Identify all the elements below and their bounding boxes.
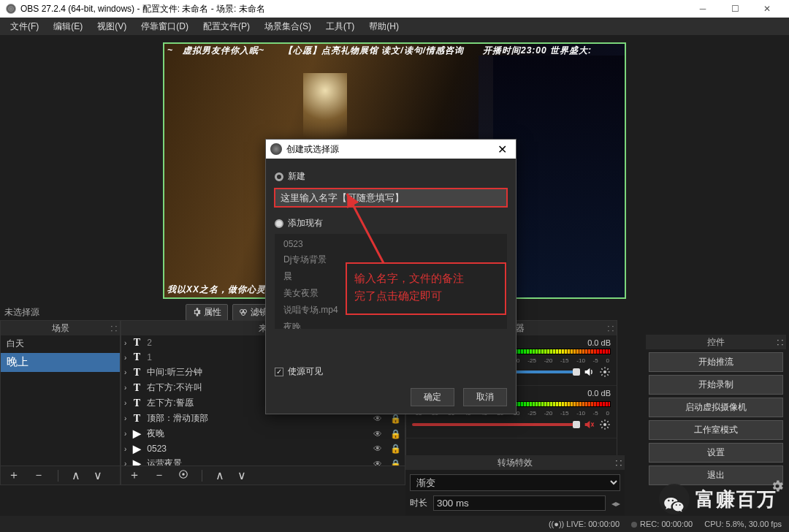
- radio-create-new[interactable]: 新建: [275, 170, 507, 183]
- lock-icon[interactable]: 🔒: [389, 444, 402, 454]
- eye-icon[interactable]: 👁: [371, 429, 384, 439]
- add-source-button[interactable]: ＋: [126, 468, 143, 483]
- speaker-icon[interactable]: [583, 366, 595, 378]
- add-scene-button[interactable]: ＋: [5, 468, 23, 483]
- close-button[interactable]: ✕: [751, 0, 783, 18]
- source-name-input[interactable]: [275, 189, 507, 207]
- existing-source-item[interactable]: 0523: [275, 237, 507, 251]
- menu-item[interactable]: 工具(T): [319, 18, 362, 35]
- status-bar: ((●)) LIVE: 00:00:00 REC: 00:00:00 CPU: …: [0, 516, 789, 532]
- existing-source-item[interactable]: 夜晚: [275, 319, 507, 329]
- live-indicator: ((●)) LIVE: 00:00:00: [549, 520, 620, 528]
- menu-item[interactable]: 编辑(E): [46, 18, 90, 35]
- scenes-panel: 场景⸬ 白天晚上 ＋ － ∧ ∨: [0, 320, 121, 485]
- source-type-icon: T: [131, 398, 142, 409]
- no-source-selected-label: 未选择源: [4, 306, 39, 319]
- svg-point-5: [603, 370, 606, 373]
- eye-icon[interactable]: 👁: [371, 459, 384, 466]
- control-button[interactable]: 开始录制: [649, 375, 783, 395]
- eye-icon[interactable]: 👁: [371, 414, 384, 424]
- filters-icon: [239, 308, 248, 316]
- make-visible-checkbox[interactable]: 使源可见: [275, 365, 507, 378]
- expand-icon[interactable]: ›: [124, 445, 126, 453]
- source-label: 左下方:誓愿: [147, 397, 193, 409]
- window-title: OBS 27.2.4 (64-bit, windows) - 配置文件: 未命名…: [20, 3, 265, 15]
- source-type-icon: T: [131, 337, 142, 349]
- volume-slider[interactable]: [412, 423, 579, 426]
- scene-item[interactable]: 晚上: [1, 353, 120, 372]
- rec-indicator: REC: 00:00:00: [631, 520, 693, 528]
- expand-icon[interactable]: ›: [124, 460, 126, 466]
- obs-logo-icon: [6, 4, 16, 14]
- eye-icon[interactable]: 👁: [371, 444, 384, 454]
- lock-icon[interactable]: 🔒: [389, 429, 402, 439]
- ok-button[interactable]: 确定: [411, 388, 454, 406]
- dock-popout-icon[interactable]: ⸬: [777, 335, 783, 349]
- channel-settings-icon[interactable]: [599, 419, 611, 430]
- cancel-button[interactable]: 取消: [463, 388, 507, 406]
- source-row[interactable]: ›▶运营夜景👁🔒: [121, 456, 405, 466]
- source-type-icon: T: [131, 382, 142, 394]
- dock-popout-icon[interactable]: ⸬: [111, 321, 117, 335]
- control-button[interactable]: 启动虚拟摄像机: [649, 398, 783, 417]
- scene-item[interactable]: 白天: [1, 335, 120, 353]
- expand-icon[interactable]: ›: [124, 354, 126, 362]
- dock-popout-icon[interactable]: ⸬: [616, 455, 622, 470]
- source-type-icon: T: [131, 367, 142, 379]
- scenes-header: 场景⸬: [1, 321, 120, 335]
- source-props-button[interactable]: [175, 469, 191, 482]
- source-down-button[interactable]: ∨: [235, 468, 249, 482]
- expand-icon[interactable]: ›: [124, 430, 126, 438]
- dialog-close-button[interactable]: ✕: [493, 142, 511, 156]
- source-type-icon: ▶: [131, 428, 142, 440]
- dock-popout-icon[interactable]: ⸬: [608, 321, 614, 335]
- remove-source-button[interactable]: －: [150, 468, 168, 483]
- source-row[interactable]: ›▶夜晚👁🔒: [121, 426, 405, 441]
- minimize-button[interactable]: ─: [687, 0, 719, 18]
- source-label: 运营夜景: [147, 457, 182, 466]
- wechat-icon: [659, 484, 690, 514]
- expand-icon[interactable]: ›: [124, 339, 126, 347]
- expand-icon[interactable]: ›: [124, 399, 126, 407]
- lock-icon[interactable]: 🔒: [389, 459, 402, 466]
- expand-icon[interactable]: ›: [124, 384, 126, 392]
- mixer-db-label: 0.0 dB: [587, 389, 611, 400]
- mixer-db-label: 0.0 dB: [587, 338, 611, 347]
- window-buttons: ─ ☐ ✕: [687, 0, 783, 18]
- source-type-icon: ▶: [131, 458, 142, 466]
- radio-add-existing[interactable]: 添加现有: [275, 217, 507, 229]
- remove-scene-button[interactable]: －: [30, 468, 47, 483]
- transitions-panel: 转场特效⸬ 渐变 时长 ◂▸: [405, 455, 625, 515]
- expand-icon[interactable]: ›: [124, 368, 126, 376]
- scene-up-button[interactable]: ∧: [69, 468, 83, 482]
- expand-icon[interactable]: ›: [124, 414, 126, 422]
- menu-item[interactable]: 配置文件(P): [196, 18, 257, 35]
- control-button[interactable]: 设置: [649, 443, 783, 463]
- scene-down-button[interactable]: ∨: [91, 468, 105, 482]
- svg-point-6: [603, 423, 606, 426]
- duration-stepper-icon[interactable]: ◂▸: [611, 498, 620, 509]
- menu-item[interactable]: 帮助(H): [362, 18, 406, 35]
- scenes-list: 白天晚上: [1, 335, 120, 466]
- speaker-muted-icon[interactable]: [583, 419, 595, 430]
- menu-item[interactable]: 场景集合(S): [257, 18, 319, 35]
- maximize-button[interactable]: ☐: [719, 0, 751, 18]
- channel-settings-icon[interactable]: [599, 366, 611, 378]
- menu-item[interactable]: 停靠窗口(D): [134, 18, 196, 35]
- source-row[interactable]: ›▶0523👁🔒: [121, 441, 405, 456]
- control-button[interactable]: 退出: [649, 466, 783, 485]
- controls-header: 控件⸬: [646, 335, 786, 349]
- window-titlebar: OBS 27.2.4 (64-bit, windows) - 配置文件: 未命名…: [0, 0, 789, 18]
- lock-icon[interactable]: 🔒: [389, 414, 402, 424]
- duration-input[interactable]: [433, 495, 606, 511]
- source-type-icon: ▶: [131, 443, 142, 455]
- annotation-callout: 输入名字，文件的备注 完了点击确定即可: [346, 262, 506, 315]
- menu-item[interactable]: 视图(V): [90, 18, 134, 35]
- source-up-button[interactable]: ∧: [213, 468, 227, 482]
- properties-button[interactable]: 属性: [186, 304, 228, 321]
- control-button[interactable]: 工作室模式: [649, 420, 783, 440]
- cpu-fps-label: CPU: 5.8%, 30.00 fps: [704, 520, 782, 528]
- menu-item[interactable]: 文件(F): [3, 18, 46, 35]
- control-button[interactable]: 开始推流: [649, 352, 783, 372]
- transition-select[interactable]: 渐变: [410, 474, 620, 491]
